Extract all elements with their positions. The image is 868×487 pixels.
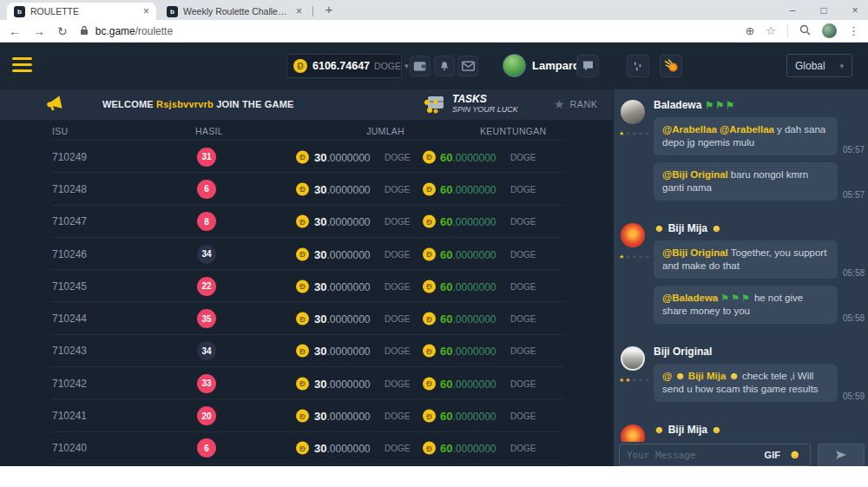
user-star-rating: ★★★★★ xyxy=(619,130,654,137)
close-tab-icon[interactable]: × xyxy=(296,5,302,17)
close-tab-icon[interactable]: × xyxy=(143,5,149,17)
user-mention[interactable]: Biji Mija xyxy=(688,371,726,381)
browser-tab-roulette[interactable]: b ROULETTE × xyxy=(7,3,156,20)
results-table-body: 71024931Ð30.0000000DOGEÐ60.0000000DOGE71… xyxy=(0,141,613,464)
envelope-icon xyxy=(462,61,475,71)
bet-amount: 30.0000000 xyxy=(314,215,371,228)
doge-coin-icon: Ð xyxy=(423,313,436,326)
user-mention[interactable]: @Arabellaa xyxy=(662,124,717,135)
result-badge: 8 xyxy=(197,212,216,231)
chat-message-input[interactable] xyxy=(620,444,810,465)
profit-amount: 60.0000000 xyxy=(440,215,496,228)
bookmark-star-icon[interactable]: ☆ xyxy=(766,24,776,37)
chat-avatar[interactable] xyxy=(621,100,645,124)
wallet-button[interactable] xyxy=(410,56,431,76)
browser-menu-icon[interactable]: ⋮ xyxy=(848,24,859,37)
results-table-header: ISU HASIL JUMLAH KEUNTUNGAN xyxy=(0,120,613,141)
result-badge: 22 xyxy=(197,277,216,296)
tasks-link[interactable]: TASKS SPIN YOUR LUCK xyxy=(423,92,518,115)
profit-amount: 60.0000000 xyxy=(440,150,496,163)
minimize-window-icon[interactable]: – xyxy=(786,4,799,16)
site-favicon: b xyxy=(167,6,178,17)
bet-currency: DOGE xyxy=(385,217,410,227)
user-mention[interactable]: @ xyxy=(662,371,672,381)
doge-coin-icon: Ð xyxy=(296,150,309,163)
username: Lampard xyxy=(532,59,580,72)
doge-coin-icon: Ð xyxy=(296,345,309,358)
message-text: Baladewa xyxy=(654,99,701,111)
forward-icon[interactable]: → xyxy=(33,24,45,38)
rank-link[interactable]: ★ RANK xyxy=(554,97,597,111)
chat-toggle-button[interactable] xyxy=(576,55,599,77)
user-mention[interactable]: @Biji Original xyxy=(662,169,728,180)
chat-username[interactable]: ☻Biji Mija☻ xyxy=(654,222,859,234)
issue-number: 710246 xyxy=(52,248,87,260)
user-menu[interactable]: Lampard ▾ xyxy=(503,54,587,77)
back-icon[interactable]: ← xyxy=(9,24,21,38)
bet-currency: DOGE xyxy=(385,152,410,161)
user-mention[interactable]: @Biji Original xyxy=(662,247,728,258)
message-timestamp: 05:59 xyxy=(843,392,865,401)
zoom-page-icon[interactable]: ⊕ xyxy=(745,24,754,37)
doge-coin-icon: Ð xyxy=(423,247,436,260)
bet-amount: 30.0000000 xyxy=(314,280,371,293)
welcomed-player-name: Rsjsbvvrvrb xyxy=(156,99,214,109)
chat-channel-select[interactable]: Global ▾ xyxy=(786,54,852,77)
doge-coin-icon: Ð xyxy=(423,150,436,163)
user-mention[interactable]: @Arabellaa xyxy=(720,124,774,135)
doge-coin-icon: Ð xyxy=(296,410,309,423)
bet-amount: 30.0000000 xyxy=(314,377,371,390)
new-tab-button[interactable]: + xyxy=(321,2,337,16)
bet-amount: 30.0000000 xyxy=(314,247,371,260)
bet-amount: 30.0000000 xyxy=(314,410,371,423)
reload-icon[interactable]: ↻ xyxy=(57,24,68,38)
chat-username[interactable]: Biji Original xyxy=(654,346,859,358)
chat-message-list[interactable]: ★★★★★Baladewa⚑⚑⚑@Arabellaa@Arabellaay da… xyxy=(614,89,868,442)
messages-button[interactable] xyxy=(457,56,478,76)
message-timestamp: 05:57 xyxy=(843,145,865,155)
rain-feature-button[interactable] xyxy=(627,55,649,77)
send-message-button[interactable] xyxy=(818,444,865,467)
doge-coin-icon: Ð xyxy=(296,313,309,326)
maximize-window-icon[interactable]: □ xyxy=(818,4,830,16)
fireball-feature-button[interactable] xyxy=(660,55,682,77)
profit-currency: DOGE xyxy=(510,217,536,227)
message-text: Biji Mija xyxy=(668,222,707,234)
search-icon[interactable] xyxy=(799,23,811,39)
emoji-picker-icon[interactable]: ☻ xyxy=(788,448,801,460)
url-field[interactable]: bc.game/roulette xyxy=(95,25,173,37)
doge-coin-icon: Ð xyxy=(296,182,309,195)
balance-selector[interactable]: Ð 6106.74647 DOGE ▾ xyxy=(286,54,402,78)
profit-currency: DOGE xyxy=(510,184,536,194)
chevron-down-icon: ▾ xyxy=(404,62,409,70)
column-header-hasil: HASIL xyxy=(195,126,223,136)
lock-icon xyxy=(80,23,89,39)
browser-tab-weekly-challenge[interactable]: b Weekly Roulette Challenge - Win × xyxy=(160,3,309,20)
bet-currency: DOGE xyxy=(385,281,410,291)
chat-input-row: GIF ☻ xyxy=(614,442,868,468)
chat-username[interactable]: ☻Biji Mija☻ xyxy=(654,424,859,436)
notifications-button[interactable] xyxy=(434,56,455,76)
chat-username[interactable]: Baladewa⚑⚑⚑ xyxy=(654,99,859,111)
flag-emoji: ⚑⚑⚑ xyxy=(705,100,736,110)
menu-hamburger-icon[interactable] xyxy=(12,57,32,76)
chat-avatar[interactable] xyxy=(621,223,645,247)
table-row: 71024233Ð30.0000000DOGEÐ60.0000000DOGE xyxy=(0,367,613,399)
user-mention[interactable]: @Baladewa xyxy=(662,293,718,303)
table-row: 7102406Ð30.0000000DOGEÐ60.0000000DOGE xyxy=(0,432,613,464)
gif-button[interactable]: GIF xyxy=(765,450,780,460)
chat-avatar[interactable] xyxy=(621,424,645,442)
tasks-subtitle: SPIN YOUR LUCK xyxy=(452,105,518,114)
chat-avatar[interactable] xyxy=(621,346,645,371)
chat-message: ★★★★★Baladewa⚑⚑⚑@Arabellaa@Arabellaay da… xyxy=(619,98,859,207)
message-text: Biji Mija xyxy=(668,424,707,436)
close-window-icon[interactable]: × xyxy=(849,4,861,16)
browser-profile-avatar[interactable] xyxy=(822,23,837,38)
issue-number: 710245 xyxy=(52,280,87,293)
result-badge: 20 xyxy=(197,406,216,425)
issue-number: 710248 xyxy=(52,183,87,195)
tab-divider xyxy=(312,6,313,16)
site-favicon: b xyxy=(14,6,25,17)
issue-number: 710243 xyxy=(52,345,87,357)
bet-currency: DOGE xyxy=(385,346,410,356)
